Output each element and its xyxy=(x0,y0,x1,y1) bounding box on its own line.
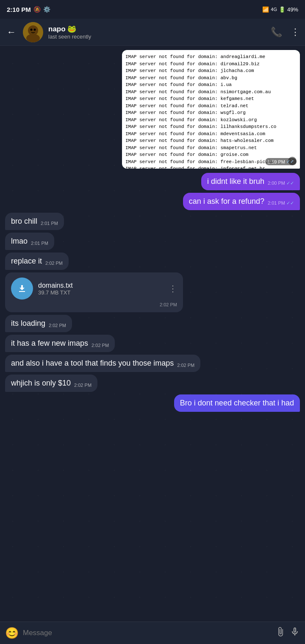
status-bar: 2:10 PM 🔕 ⚙️ 📶 4G 🔋 49% xyxy=(0,0,305,19)
status-left: 2:10 PM 🔕 ⚙️ xyxy=(7,6,50,13)
file-message[interactable]: domains.txt 39.7 MB TXT ⋮ 2:02 PM xyxy=(5,272,183,312)
message-text: Bro i dont need checker that i had xyxy=(180,399,294,408)
message-text: can i ask for a refund? xyxy=(189,197,264,206)
message-text: whjich is only $10 xyxy=(11,379,71,388)
file-row: domains.txt 39.7 MB TXT ⋮ xyxy=(11,278,177,300)
battery-icon: 🔋 xyxy=(279,6,286,13)
chat-header: ← napo 🐸 last seen recently 📞 ⋮ xyxy=(0,19,305,46)
file-size: 39.7 MB TXT xyxy=(38,289,164,296)
emoji-button[interactable]: 😊 xyxy=(5,627,19,640)
message-received: its loading 2:02 PM xyxy=(5,315,72,332)
message-received: bro chill 2:01 PM xyxy=(5,213,64,230)
status-time: 2:10 PM xyxy=(7,6,31,13)
message-received: whjich is only $10 2:02 PM xyxy=(5,375,97,392)
message-time: 2:00 PM ✓✓ xyxy=(268,180,294,186)
svg-point-4 xyxy=(34,28,36,31)
alarm-icon: 🔕 xyxy=(33,6,41,13)
message-received: it has a few new imaps 2:02 PM xyxy=(5,335,115,352)
message-text: it has a few new imaps xyxy=(11,339,88,348)
image-message-time: 1:59 PM ✓✓ xyxy=(265,158,297,165)
message-text: replace it xyxy=(11,257,42,266)
message-time: 2:01 PM xyxy=(41,221,58,226)
message-received: and also i have a tool that finds you th… xyxy=(5,355,200,372)
message-input[interactable] xyxy=(23,626,271,640)
header-actions: 📞 ⋮ xyxy=(271,27,300,38)
svg-point-3 xyxy=(30,28,33,31)
double-tick-icon: ✓✓ xyxy=(286,159,294,164)
input-area: 😊 xyxy=(0,622,305,644)
signal-4g-icon: 4G xyxy=(271,7,277,12)
contact-avatar xyxy=(23,22,43,42)
file-time: 2:02 PM xyxy=(11,302,177,307)
image-message[interactable]: IMAP server not found for domain: andrea… xyxy=(122,50,300,169)
status-right: 📶 4G 🔋 49% xyxy=(262,6,298,13)
message-time: 2:02 PM xyxy=(45,261,63,266)
message-text: lmao xyxy=(11,237,28,246)
contact-info: napo 🐸 last seen recently xyxy=(48,25,266,40)
svg-point-2 xyxy=(26,34,40,42)
download-button[interactable] xyxy=(11,278,33,300)
file-menu-button[interactable]: ⋮ xyxy=(169,283,177,294)
message-received: replace it 2:02 PM xyxy=(5,253,69,270)
file-name: domains.txt xyxy=(38,282,164,289)
battery-percent: 49% xyxy=(287,6,298,13)
message-text: its loading xyxy=(11,319,45,328)
download-icon xyxy=(17,283,27,294)
message-time: 2:01 PM ✓✓ xyxy=(268,200,294,206)
message-sent: i didnt like it bruh 2:00 PM ✓✓ xyxy=(201,173,300,190)
message-sent-current: Bro i dont need checker that i had xyxy=(174,394,300,412)
message-text: and also i have a tool that finds you th… xyxy=(11,359,174,368)
call-button[interactable]: 📞 xyxy=(271,27,282,38)
message-time: 2:02 PM xyxy=(177,363,194,368)
message-time: 2:02 PM xyxy=(49,323,66,328)
message-time: 2:01 PM xyxy=(31,241,48,246)
avatar[interactable] xyxy=(23,22,43,42)
message-time: 2:02 PM xyxy=(74,383,92,388)
double-tick-icon: ✓✓ xyxy=(286,180,294,186)
terminal-output: IMAP server not found for domain: andrea… xyxy=(122,50,300,169)
chat-area: IMAP server not found for domain: andrea… xyxy=(0,46,305,446)
message-sent: can i ask for a refund? 2:01 PM ✓✓ xyxy=(183,193,300,210)
mic-button[interactable] xyxy=(290,627,300,639)
double-tick-icon: ✓✓ xyxy=(286,200,294,205)
wifi-icon: 📶 xyxy=(262,6,269,13)
attach-button[interactable] xyxy=(275,627,286,639)
contact-name[interactable]: napo 🐸 xyxy=(48,25,266,33)
message-received: lmao 2:01 PM xyxy=(5,233,54,250)
back-button[interactable]: ← xyxy=(5,25,18,39)
settings-icon: ⚙️ xyxy=(43,6,50,13)
menu-button[interactable]: ⋮ xyxy=(291,27,300,38)
contact-status: last seen recently xyxy=(48,33,266,40)
file-info: domains.txt 39.7 MB TXT xyxy=(38,282,164,296)
message-text: bro chill xyxy=(11,217,37,226)
message-text: i didnt like it bruh xyxy=(207,177,264,186)
message-time: 2:02 PM xyxy=(92,343,109,348)
